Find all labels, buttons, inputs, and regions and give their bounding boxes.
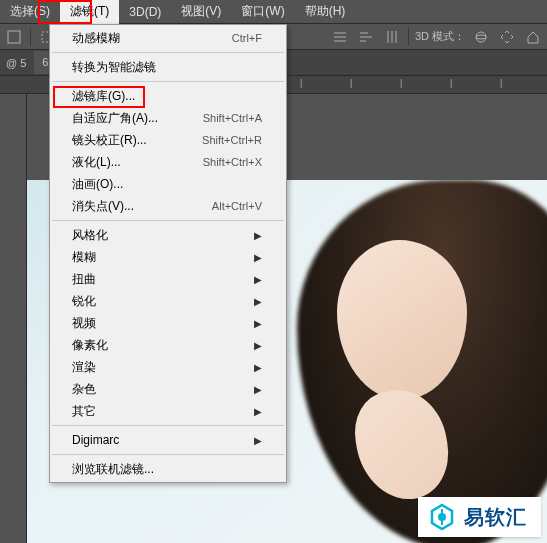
pan-icon[interactable] [497, 27, 517, 47]
svg-point-4 [438, 513, 446, 521]
menu-bar: 选择(S) 滤镜(T) 3D(D) 视图(V) 窗口(W) 帮助(H) [0, 0, 547, 24]
menu-liquify[interactable]: 液化(L)...Shift+Ctrl+X [50, 151, 286, 173]
menu-digimarc[interactable]: Digimarc▶ [50, 429, 286, 451]
menu-distort[interactable]: 扭曲▶ [50, 268, 286, 290]
ruler-vertical [0, 94, 27, 543]
menu-vanishing-point[interactable]: 消失点(V)...Alt+Ctrl+V [50, 195, 286, 217]
menu-pixelate[interactable]: 像素化▶ [50, 334, 286, 356]
menu-select[interactable]: 选择(S) [0, 0, 60, 24]
svg-point-3 [476, 35, 486, 39]
svg-rect-0 [8, 31, 20, 43]
menu-sharpen[interactable]: 锐化▶ [50, 290, 286, 312]
mode-label: 3D 模式： [415, 29, 465, 44]
menu-render[interactable]: 渲染▶ [50, 356, 286, 378]
menu-window[interactable]: 窗口(W) [231, 0, 294, 24]
menu-adaptive-wide-angle[interactable]: 自适应广角(A)...Shift+Ctrl+A [50, 107, 286, 129]
align-icon[interactable] [356, 27, 376, 47]
watermark: 易软汇 [418, 497, 541, 537]
orbit-icon[interactable] [471, 27, 491, 47]
menu-help[interactable]: 帮助(H) [295, 0, 356, 24]
home-icon[interactable] [523, 27, 543, 47]
filter-menu-dropdown: 动感模糊Ctrl+F 转换为智能滤镜 滤镜库(G)... 自适应广角(A)...… [49, 24, 287, 483]
menu-stylize[interactable]: 风格化▶ [50, 224, 286, 246]
menu-filter-gallery[interactable]: 滤镜库(G)... [50, 85, 286, 107]
menu-3d[interactable]: 3D(D) [119, 1, 171, 23]
menu-view[interactable]: 视图(V) [171, 0, 231, 24]
menu-convert-smart-filter[interactable]: 转换为智能滤镜 [50, 56, 286, 78]
tool-icon[interactable] [4, 27, 24, 47]
menu-video[interactable]: 视频▶ [50, 312, 286, 334]
align-icon[interactable] [330, 27, 350, 47]
menu-motion-blur[interactable]: 动感模糊Ctrl+F [50, 27, 286, 49]
svg-point-2 [476, 32, 486, 42]
watermark-text: 易软汇 [464, 504, 527, 531]
align-icon[interactable] [382, 27, 402, 47]
menu-lens-correction[interactable]: 镜头校正(R)...Shift+Ctrl+R [50, 129, 286, 151]
zoom-level: @ 5 [6, 57, 26, 69]
portrait-image [267, 180, 547, 543]
menu-filter[interactable]: 滤镜(T) [60, 0, 119, 24]
menu-other[interactable]: 其它▶ [50, 400, 286, 422]
watermark-logo-icon [428, 503, 456, 531]
menu-blur[interactable]: 模糊▶ [50, 246, 286, 268]
menu-noise[interactable]: 杂色▶ [50, 378, 286, 400]
menu-browse-online-filters[interactable]: 浏览联机滤镜... [50, 458, 286, 480]
menu-oil-paint[interactable]: 油画(O)... [50, 173, 286, 195]
